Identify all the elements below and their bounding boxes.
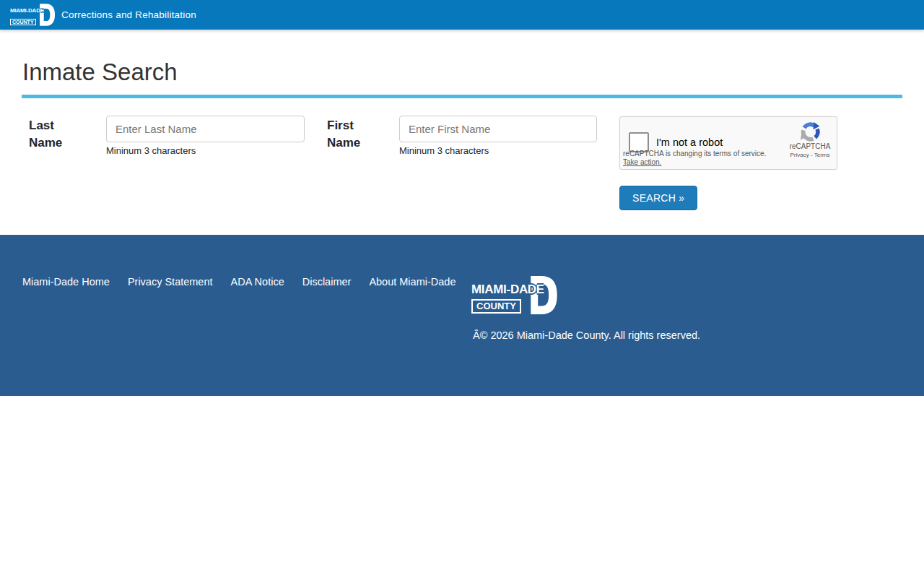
recaptcha-terms-link[interactable]: Terms [814, 152, 830, 158]
search-button[interactable]: SEARCH » [619, 186, 697, 210]
recaptcha-privacy-link[interactable]: Privacy [790, 152, 809, 158]
first-name-input[interactable] [399, 116, 597, 142]
last-name-input[interactable] [106, 116, 305, 142]
recaptcha-icon [801, 122, 820, 142]
recaptcha-widget: I'm not a robot reCAPTCHA is changing it… [619, 116, 837, 170]
miami-dade-logo[interactable]: MIAMI-DADE COUNTY [10, 4, 55, 26]
last-name-label: Last Name [29, 117, 85, 152]
logo-line2: COUNTY [471, 299, 521, 314]
logo-line1: MIAMI-DADE [10, 7, 44, 14]
recaptcha-links-separator: - [811, 152, 813, 158]
recaptcha-take-action-link[interactable]: Take action. [623, 158, 661, 166]
footer-link-about-miami-dade[interactable]: About Miami-Dade [369, 276, 456, 288]
first-name-hint: Mininum 3 characters [399, 145, 489, 156]
recaptcha-brand-text: reCAPTCHA [788, 142, 832, 150]
page-title: Inmate Search [22, 59, 178, 85]
recaptcha-label: I'm not a robot [656, 137, 723, 148]
logo-line1: MIAMI-DADE [471, 282, 544, 297]
inmate-search-page: MIAMI-DADE COUNTY Corrections and Rehabi… [0, 0, 924, 578]
footer-nav: Miami-Dade Home Privacy Statement ADA No… [22, 276, 456, 288]
footer-miami-dade-logo[interactable]: MIAMI-DADE COUNTY [471, 276, 557, 314]
footer-link-privacy-statement[interactable]: Privacy Statement [128, 276, 213, 288]
footer-link-ada-notice[interactable]: ADA Notice [231, 276, 284, 288]
recaptcha-branding: reCAPTCHA Privacy - Terms [788, 122, 832, 158]
app-header: MIAMI-DADE COUNTY Corrections and Rehabi… [0, 0, 924, 30]
recaptcha-notice-text: reCAPTCHA is changing its terms of servi… [623, 150, 766, 158]
logo-line2: COUNTY [10, 19, 36, 25]
footer-link-disclaimer[interactable]: Disclaimer [302, 276, 352, 288]
recaptcha-notice: reCAPTCHA is changing its terms of servi… [623, 150, 766, 167]
department-title: Corrections and Rehabilitation [61, 9, 196, 20]
recaptcha-links: Privacy - Terms [788, 152, 832, 158]
footer-link-miami-dade-home[interactable]: Miami-Dade Home [22, 276, 110, 288]
last-name-hint: Mininum 3 characters [106, 145, 196, 156]
copyright-text: Â© 2026 Miami-Dade County. All rights re… [473, 329, 700, 341]
page-footer: Miami-Dade Home Privacy Statement ADA No… [0, 235, 924, 396]
title-divider [22, 95, 902, 98]
first-name-label: First Name [327, 117, 383, 152]
